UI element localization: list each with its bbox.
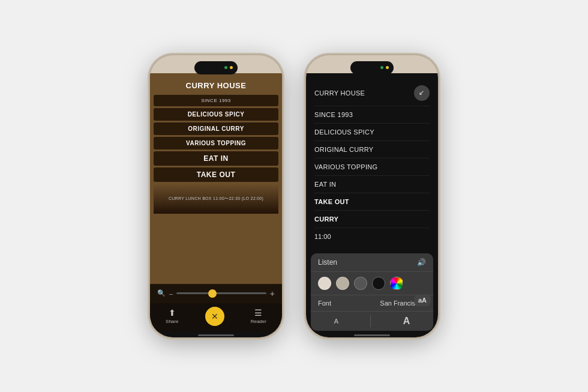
phone-right: CURRY HOUSE ↙ SINCE 1993 DELICIOUS SPICY… [306,55,438,337]
island-dot-green [224,66,227,69]
home-indicator-left [198,334,234,336]
context-menu-header: Listen 🔊 [311,253,433,272]
board-row-delicious: DELICIOUS SPICY [154,108,278,121]
list-text-curry-house: CURRY HOUSE [314,89,365,97]
board-bottom-text: CURRY LUNCH BOX 11:00〜22:30 (LO 22:00) [169,196,263,202]
context-menu: Listen 🔊 Font San Francisco › A A [311,253,433,331]
board-row-original: ORIGINAL CURRY [154,122,278,135]
board-row-title: CURRY HOUSE [154,78,278,93]
share-button[interactable]: ⬆ Share [166,308,178,324]
reader-label: Reader [251,319,266,324]
screen-left: CURRY HOUSE SINCE 1993 DELICIOUS SPICY O… [150,73,282,337]
text-list: CURRY HOUSE ↙ SINCE 1993 DELICIOUS SPICY… [306,73,438,253]
list-text-since: SINCE 1993 [314,111,353,118]
island-dot-yellow-r [386,66,389,69]
list-item-since: SINCE 1993 [314,106,430,124]
swatch-medium[interactable] [336,277,349,290]
home-indicator-right [354,334,390,336]
list-item-original: ORIGINAL CURRY [314,141,430,158]
aa-badge[interactable]: aA [414,294,431,306]
dynamic-island-left [194,61,238,74]
font-size-small-button[interactable]: A [334,318,338,325]
island-dot-green-r [380,66,383,69]
board-row-eatin: EAT IN [154,151,278,166]
list-item-curry-house: CURRY HOUSE ↙ [314,80,430,106]
phone-left: CURRY HOUSE SINCE 1993 DELICIOUS SPICY O… [150,55,282,337]
board-row-since: SINCE 1993 [154,95,278,106]
swatch-dark[interactable] [354,277,367,290]
zoom-in-icon: 🔍 [157,289,166,297]
listen-label: Listen [318,258,337,267]
list-item-various: VARIOUS TOPPING [314,158,430,176]
expand-icon: ↙ [419,89,424,97]
close-icon: ✕ [211,312,218,321]
share-label: Share [166,319,178,324]
zoom-thumb[interactable] [208,289,217,298]
reader-button[interactable]: ☰ Reader [251,308,266,324]
list-text-eatin: EAT IN [314,181,336,188]
expand-button[interactable]: ↙ [414,85,430,101]
board-eatin-text: EAT IN [203,154,228,163]
phone-toolbar: ⬆ Share ✕ ☰ Reader [150,303,282,332]
list-text-partial: 11:00 [314,233,331,240]
list-text-original: ORIGINAL CURRY [314,146,373,153]
speaker-icon[interactable]: 🔊 [417,258,426,267]
list-text-takeout: TAKE OUT [314,198,349,205]
font-label: Font [318,300,331,307]
font-size-large-button[interactable]: A [403,316,410,327]
list-text-delicious: DELICIOUS SPICY [314,128,374,136]
swatch-light[interactable] [318,277,331,290]
list-item-delicious: DELICIOUS SPICY [314,124,430,141]
share-icon: ⬆ [169,308,176,318]
dynamic-island-right [350,61,394,74]
list-item-takeout: TAKE OUT [314,193,430,211]
list-item-eatin: EAT IN [314,176,430,193]
board-various-text: VARIOUS TOPPING [186,140,246,146]
size-divider [370,315,371,327]
list-item-partial: 11:00 [314,228,430,245]
board-since-text: SINCE 1993 [201,98,230,103]
font-size-row: A A [311,312,433,331]
screen-right: CURRY HOUSE ↙ SINCE 1993 DELICIOUS SPICY… [306,73,438,337]
zoom-minus-icon[interactable]: – [169,290,173,297]
zoom-plus-icon[interactable]: + [270,289,275,298]
board-title-text: CURRY HOUSE [186,81,247,90]
board-takeout-text: TAKE OUT [197,170,235,179]
board-delicious-text: DELICIOUS SPICY [188,111,245,118]
list-text-curry: CURRY [314,216,338,223]
color-swatches-row [311,272,433,295]
close-button[interactable]: ✕ [205,307,224,326]
swatch-black[interactable] [372,277,385,290]
swatch-rainbow[interactable] [390,277,403,290]
list-text-various: VARIOUS TOPPING [314,163,377,170]
zoom-slider[interactable] [176,292,266,294]
board-row-takeout: TAKE OUT [154,167,278,182]
board-original-text: ORIGINAL CURRY [188,125,244,132]
zoom-bar: 🔍 – + [150,284,282,303]
aa-label: aA [418,297,427,304]
list-item-curry: CURRY [314,211,430,228]
island-dot-yellow [230,66,233,69]
reader-icon: ☰ [254,308,262,318]
curry-board: CURRY HOUSE SINCE 1993 DELICIOUS SPICY O… [150,73,282,284]
board-bottom-fade: CURRY LUNCH BOX 11:00〜22:30 (LO 22:00) [154,184,278,214]
board-row-various: VARIOUS TOPPING [154,137,278,149]
